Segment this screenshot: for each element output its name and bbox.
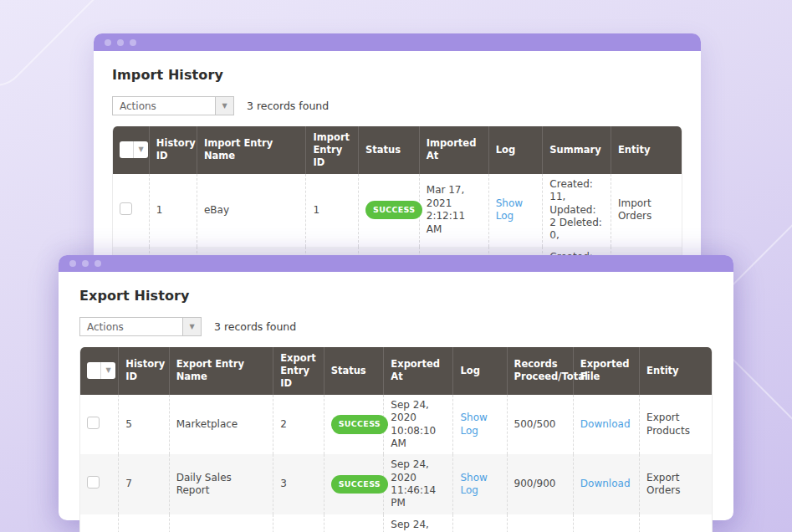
actions-dropdown-label: Actions: [113, 97, 215, 115]
select-all-header-cell: ▼: [80, 347, 118, 395]
checkbox-cell: [80, 454, 118, 514]
status-badge: SUCCESS: [331, 475, 388, 494]
checkbox-cell: [80, 514, 118, 532]
entry-id-cell: 1: [305, 174, 358, 247]
chevron-down-icon: ▼: [215, 97, 233, 115]
exported-at-cell: Sep 24, 2020 10:08:10 AM: [383, 395, 452, 454]
select-all-checkbox[interactable]: ▼: [87, 362, 115, 379]
history-id-cell: 9: [118, 514, 168, 532]
column-header-imported-at: Imported At: [419, 126, 488, 174]
window-dot-icon: [105, 39, 111, 46]
records-proceed-cell: 300/300: [507, 514, 573, 532]
status-badge: SUCCESS: [331, 415, 388, 433]
status-cell: SUCCESS: [324, 454, 384, 514]
export-page-title: Export History: [79, 288, 713, 304]
import-window-titlebar: [94, 33, 701, 51]
records-proceed-cell: 500/500: [507, 395, 573, 454]
table-row: 1 eBay 1 SUCCESS Mar 17, 2021 2:12:11 AM…: [113, 174, 682, 247]
history-id-cell: 7: [118, 454, 168, 514]
export-window-body: Export History Actions ▼ 3 records found: [59, 288, 733, 532]
checkbox-box: [120, 141, 134, 158]
show-log-link[interactable]: Show Log: [460, 472, 487, 496]
column-header-status: Status: [358, 126, 419, 174]
entry-id-cell: 4: [273, 514, 323, 532]
status-cell: SUCCESS: [324, 514, 384, 532]
column-header-export-entry-name: Export Entry Name: [169, 347, 273, 395]
show-log-link[interactable]: Show Log: [496, 197, 523, 222]
entry-name-cell: Low Stock Products: [169, 514, 273, 532]
records-proceed-cell: 900/900: [507, 454, 573, 514]
entry-id-cell: 2: [273, 395, 323, 454]
log-cell: Show Log: [452, 454, 506, 514]
desktop-background: Import History Actions ▼ 3 records found: [0, 0, 792, 532]
row-checkbox[interactable]: [87, 476, 100, 489]
export-table-header-row: ▼ History ID Export Entry Name Export En…: [80, 347, 712, 395]
status-badge: SUCCESS: [365, 201, 422, 219]
column-header-exported-at: Exported At: [383, 347, 452, 395]
window-dot-icon: [95, 260, 101, 267]
column-header-entity: Entity: [639, 347, 712, 395]
history-id-cell: 5: [118, 395, 168, 454]
download-link[interactable]: Download: [580, 418, 631, 430]
exported-file-cell: Download: [573, 514, 639, 532]
column-header-summary: Summary: [542, 126, 611, 174]
imported-at-cell: Mar 17, 2021 2:12:11 AM: [419, 174, 488, 247]
chevron-down-icon: ▼: [101, 367, 115, 374]
history-id-cell: 1: [149, 174, 197, 247]
entry-name-cell: Marketplace: [169, 395, 273, 454]
column-header-log: Log: [452, 347, 506, 395]
import-records-count: 3 records found: [247, 100, 329, 112]
export-toolbar: Actions ▼ 3 records found: [79, 317, 713, 336]
status-cell: SUCCESS: [324, 395, 384, 454]
window-dot-icon: [82, 260, 89, 267]
window-dot-icon: [69, 260, 76, 267]
entry-name-cell: Daily Sales Report: [169, 454, 273, 514]
column-header-log: Log: [488, 126, 543, 174]
row-checkbox[interactable]: [120, 202, 132, 215]
import-toolbar: Actions ▼ 3 records found: [112, 96, 682, 115]
column-header-records-proceed-total: Records Proceed/Total: [507, 347, 573, 395]
table-row: 9 Low Stock Products 4 SUCCESS Sep 24, 2…: [80, 514, 712, 532]
column-header-exported-file: Exported File: [573, 347, 639, 395]
column-header-history-id: History ID: [118, 347, 168, 395]
entry-id-cell: 3: [273, 454, 323, 514]
export-history-window: Export History Actions ▼ 3 records found: [59, 255, 733, 520]
chevron-down-icon: ▼: [182, 318, 201, 335]
download-link[interactable]: Download: [580, 478, 631, 489]
import-actions-dropdown[interactable]: Actions ▼: [112, 96, 234, 115]
exported-file-cell: Download: [573, 454, 639, 514]
window-dot-icon: [117, 39, 124, 46]
show-log-link[interactable]: Show Log: [460, 412, 487, 436]
export-window-titlebar: [59, 255, 733, 272]
column-header-entity: Entity: [611, 126, 682, 174]
row-checkbox[interactable]: [87, 417, 100, 429]
entry-name-cell: eBay: [197, 174, 306, 247]
table-row: 5 Marketplace 2 SUCCESS Sep 24, 2020 10:…: [80, 395, 712, 454]
column-header-status: Status: [324, 347, 384, 395]
summary-cell: Created: 11, Updated: 2 Deleted: 0,: [542, 174, 611, 247]
select-all-checkbox[interactable]: ▼: [120, 141, 148, 158]
log-cell: Show Log: [488, 174, 543, 247]
import-page-title: Import History: [112, 67, 682, 83]
export-history-table: ▼ History ID Export Entry Name Export En…: [79, 347, 713, 532]
export-actions-dropdown[interactable]: Actions ▼: [79, 317, 202, 336]
log-cell: Show Log: [452, 514, 506, 532]
entity-cell: Export Products: [639, 395, 712, 454]
exported-file-cell: Download: [573, 395, 639, 454]
checkbox-box: [87, 362, 101, 379]
status-cell: SUCCESS: [358, 174, 419, 247]
import-table-header-row: ▼ History ID Import Entry Name Import En…: [113, 126, 682, 174]
window-dot-icon: [130, 39, 136, 46]
table-row: 7 Daily Sales Report 3 SUCCESS Sep 24, 2…: [80, 454, 712, 514]
exported-at-cell: Sep 24, 2020 11:46:14 PM: [383, 454, 452, 514]
exported-at-cell: Sep 24, 2020 12:05:36 AM: [383, 514, 452, 532]
entity-cell: Export Products: [639, 514, 712, 532]
column-header-history-id: History ID: [149, 126, 197, 174]
column-header-import-entry-id: Import Entry ID: [305, 126, 358, 174]
select-all-header-cell: ▼: [113, 126, 149, 174]
entity-cell: Import Orders: [611, 174, 682, 247]
checkbox-cell: [113, 174, 149, 247]
checkbox-cell: [80, 395, 118, 454]
log-cell: Show Log: [452, 395, 506, 454]
actions-dropdown-label: Actions: [80, 318, 182, 335]
